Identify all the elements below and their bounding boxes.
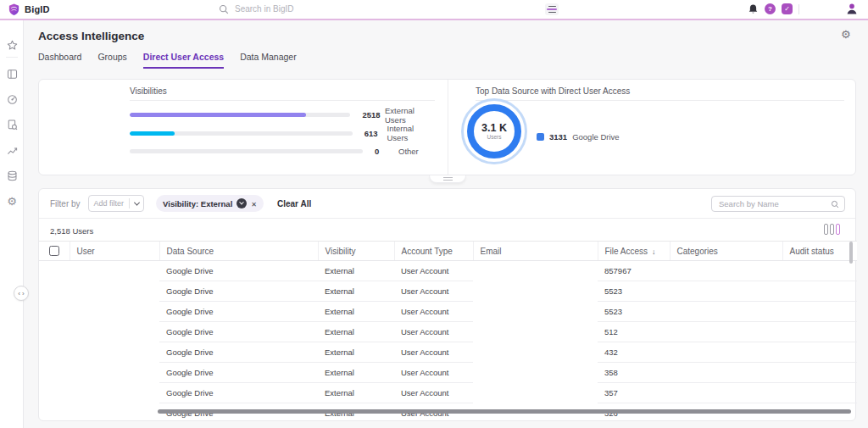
cell-categories [670,281,782,302]
tasks-check-icon[interactable] [782,3,793,14]
cell-audit-status [782,281,857,302]
row-checkbox-cell [39,363,70,383]
summary-collapse-handle[interactable] [429,175,466,183]
cell-account-type: User Account [394,261,473,281]
cell-visibility: External [318,342,394,363]
bigid-logo-icon [8,3,20,16]
summary-card: Visibilities 2518 External Users 613 Int… [38,79,856,175]
cell-audit-status [782,363,857,383]
table-row[interactable]: Google Drive External User Account 5523 [39,281,857,302]
column-header-account-type[interactable]: Account Type [394,242,473,261]
sidebar-expand-button[interactable] [14,286,29,301]
dashboard-icon[interactable] [6,68,18,80]
cell-user [70,322,159,342]
table-row[interactable]: Google Drive External User Account 357 [39,383,857,403]
cell-email [473,342,598,363]
chip-chevron-down-icon[interactable] [236,198,247,208]
user-avatar-icon[interactable] [846,3,858,15]
bar-label: External Users [385,106,435,125]
clear-all-button[interactable]: Clear All [277,199,311,208]
database-icon[interactable] [6,170,18,181]
select-all-checkbox[interactable] [49,246,59,256]
tab-groups[interactable]: Groups [97,52,126,69]
file-search-icon[interactable] [6,119,18,131]
page-settings-gear-icon[interactable]: ⚙ [841,28,851,41]
cell-audit-status [782,302,857,322]
cell-email [473,281,598,302]
help-icon[interactable] [765,3,776,14]
gauge-icon[interactable] [6,93,18,105]
brand-logo[interactable]: BigID [8,3,50,16]
cell-visibility: External [318,383,394,403]
chip-close-icon[interactable] [251,199,257,208]
column-header-file-access[interactable]: File Access [598,242,670,261]
column-header-data-source[interactable]: Data Source [159,242,318,261]
add-filter-placeholder: Add filter [89,199,130,208]
bell-icon[interactable] [748,3,759,15]
row-checkbox-cell [39,342,70,363]
top-data-source-donut: 3.1 K Users [461,98,527,164]
name-search-input[interactable] [712,199,831,208]
cell-audit-status [782,383,857,403]
users-table: User Data Source Visibility Account Type… [39,241,857,421]
cell-categories [670,322,782,342]
table-row[interactable]: Google Drive External User Account 358 [39,363,857,383]
table-row[interactable]: Google Drive External User Account 85796… [39,261,857,281]
cell-categories [670,383,782,403]
filter-chip-visibility-external[interactable]: Visibility: External [156,195,264,212]
cell-visibility: External [318,322,394,342]
users-count: 2,518 Users [50,226,93,236]
vertical-scrollbar[interactable] [849,242,853,264]
filter-chip-label: Visibility: External [163,199,232,208]
trend-icon[interactable] [6,144,18,156]
row-checkbox-cell [39,383,70,403]
table-row[interactable]: Google Drive External User Account 5523 [39,302,857,322]
global-search[interactable] [219,0,541,18]
visibility-bar-row: 613 Internal Users [130,125,435,143]
cell-email [473,261,598,281]
star-icon[interactable] [6,39,18,51]
bar-track [130,131,353,136]
cell-file-access: 432 [598,342,670,363]
name-search-field[interactable] [711,196,845,212]
cell-data-source: Google Drive [159,281,318,302]
table-row[interactable]: Google Drive External User Account 512 [39,322,857,342]
column-header-user[interactable]: User [70,242,159,261]
add-filter-select[interactable]: Add filter [88,195,145,212]
cell-account-type: User Account [394,302,473,322]
column-header-categories[interactable]: Categories [670,242,782,261]
chevron-down-icon[interactable] [130,202,143,206]
cell-email [473,383,598,403]
horizontal-scrollbar[interactable] [158,409,851,414]
sidebar-divider [6,57,18,58]
cell-email [473,302,598,322]
cell-file-access: 5523 [598,302,670,322]
row-checkbox-cell [39,302,70,322]
column-header-audit-status[interactable]: Audit status [782,242,857,261]
column-header-email[interactable]: Email [473,242,598,261]
column-header-visibility[interactable]: Visibility [318,242,394,261]
row-checkbox-cell [39,403,70,422]
tab-direct-user-access[interactable]: Direct User Access [143,52,224,69]
cell-user [70,403,159,422]
cell-file-access: 358 [598,363,670,383]
cell-categories [670,363,782,383]
global-search-input[interactable] [235,4,541,14]
tabs: Dashboard Groups Direct User Access Data… [38,52,297,69]
column-chooser-icon[interactable] [824,224,840,235]
topbar-icons [748,0,799,18]
bar-fill [130,113,306,117]
cell-data-source: Google Drive [159,383,318,403]
tab-data-manager[interactable]: Data Manager [240,52,297,69]
bar-value: 2518 [362,110,384,120]
table-row[interactable]: Google Drive External User Account 432 [39,342,857,363]
sliders-icon[interactable] [545,3,559,15]
gear-icon[interactable]: ⚙ [6,195,18,207]
cell-file-access: 857967 [598,261,670,281]
cell-user [70,363,159,383]
cell-visibility: External [318,302,394,322]
row-checkbox-cell [39,261,70,281]
bar-track [130,149,363,153]
tab-dashboard[interactable]: Dashboard [38,52,81,69]
table-header-row: User Data Source Visibility Account Type… [39,242,857,261]
